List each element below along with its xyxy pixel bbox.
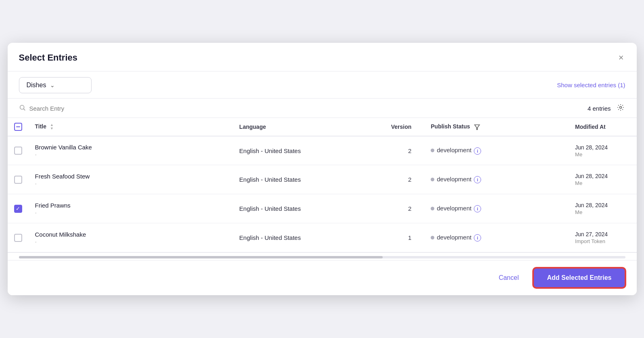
row-modified-cell: Jun 28, 2024Me xyxy=(569,165,636,194)
row-language-cell: English - United States xyxy=(233,165,365,194)
modified-date: Jun 28, 2024 xyxy=(575,173,630,179)
select-entries-modal: Select Entries × Dishes ⌄ Show selected … xyxy=(8,43,637,296)
svg-marker-3 xyxy=(475,125,479,130)
title-column-header: Title ▲▼ xyxy=(29,118,233,136)
row-status-cell: developmenti xyxy=(424,223,569,252)
show-selected-button[interactable]: Show selected entries (1) xyxy=(557,82,625,88)
search-filter-row: 4 entries xyxy=(8,99,637,118)
row-checkbox-cell: ✓ xyxy=(8,194,29,223)
cancel-button[interactable]: Cancel xyxy=(492,270,526,286)
modal-header: Select Entries × xyxy=(8,43,637,71)
row-checkbox[interactable]: ✓ xyxy=(14,205,22,213)
scroll-thumb[interactable] xyxy=(19,256,383,258)
row-title-cell: Brownie Vanilla Cake- xyxy=(29,136,233,165)
version-column-header: Version xyxy=(365,118,424,136)
info-icon[interactable]: i xyxy=(474,147,481,155)
entry-sub: - xyxy=(35,239,227,245)
row-language-cell: English - United States xyxy=(233,194,365,223)
entries-info: 4 entries xyxy=(588,103,625,114)
entry-title: Brownie Vanilla Cake xyxy=(35,144,227,151)
settings-button[interactable] xyxy=(616,103,625,114)
info-icon[interactable]: i xyxy=(474,176,481,183)
table-row: ✓Fried Prawns-English - United States2de… xyxy=(8,194,637,223)
search-wrap xyxy=(19,104,118,113)
modified-at-column-header: Modified At xyxy=(569,118,636,136)
modal-footer: Cancel Add Selected Entries xyxy=(8,260,637,295)
row-checkbox-cell xyxy=(8,223,29,252)
modified-by: Me xyxy=(575,209,630,215)
entry-title: Fried Prawns xyxy=(35,202,227,209)
row-status-cell: developmenti xyxy=(424,194,569,223)
row-version-cell: 2 xyxy=(365,136,424,165)
row-checkbox-cell xyxy=(8,165,29,194)
status-label: development xyxy=(437,205,471,212)
filter-icon[interactable] xyxy=(471,123,480,130)
status-label: development xyxy=(437,176,471,183)
modal-title: Select Entries xyxy=(19,52,78,63)
table-row: Fresh Seafood Stew-English - United Stat… xyxy=(8,165,637,194)
select-all-checkbox[interactable] xyxy=(14,123,22,131)
add-selected-entries-button[interactable]: Add Selected Entries xyxy=(533,268,625,288)
info-icon[interactable]: i xyxy=(474,234,481,241)
row-status-cell: developmenti xyxy=(424,165,569,194)
info-icon[interactable]: i xyxy=(474,205,481,212)
modified-by: Me xyxy=(575,180,630,186)
row-status-cell: developmenti xyxy=(424,136,569,165)
modified-date: Jun 28, 2024 xyxy=(575,202,630,208)
svg-line-1 xyxy=(23,109,25,110)
entry-sub: - xyxy=(35,151,227,157)
row-title-cell: Coconut Milkshake- xyxy=(29,223,233,252)
row-checkbox[interactable] xyxy=(14,234,22,242)
status-dot xyxy=(431,149,434,152)
row-title-cell: Fresh Seafood Stew- xyxy=(29,165,233,194)
entry-title: Coconut Milkshake xyxy=(35,231,227,238)
entry-sub: - xyxy=(35,210,227,216)
scrollbar-area xyxy=(8,252,637,260)
status-label: development xyxy=(437,234,471,241)
row-version-cell: 1 xyxy=(365,223,424,252)
entry-title: Fresh Seafood Stew xyxy=(35,173,227,180)
modified-by: Import Token xyxy=(575,238,630,244)
status-dot xyxy=(431,236,434,239)
row-modified-cell: Jun 27, 2024Import Token xyxy=(569,223,636,252)
close-button[interactable]: × xyxy=(617,52,625,64)
search-icon xyxy=(19,104,26,113)
title-sort-icon[interactable]: ▲▼ xyxy=(50,123,54,130)
entries-table: Title ▲▼ Language Version Publish Status xyxy=(8,118,637,253)
row-modified-cell: Jun 28, 2024Me xyxy=(569,136,636,165)
status-dot xyxy=(431,178,434,181)
language-column-header: Language xyxy=(233,118,365,136)
modified-by: Me xyxy=(575,151,630,157)
scroll-track xyxy=(19,256,625,258)
select-all-header[interactable] xyxy=(8,118,29,136)
row-version-cell: 2 xyxy=(365,194,424,223)
row-language-cell: English - United States xyxy=(233,223,365,252)
chevron-down-icon: ⌄ xyxy=(50,82,55,88)
svg-point-0 xyxy=(20,105,24,109)
row-modified-cell: Jun 28, 2024Me xyxy=(569,194,636,223)
row-checkbox[interactable] xyxy=(14,147,22,155)
row-title-cell: Fried Prawns- xyxy=(29,194,233,223)
row-version-cell: 2 xyxy=(365,165,424,194)
row-checkbox-cell xyxy=(8,136,29,165)
entry-sub: - xyxy=(35,181,227,187)
status-label: development xyxy=(437,147,471,153)
modified-date: Jun 28, 2024 xyxy=(575,144,630,151)
entries-count: 4 entries xyxy=(588,105,611,112)
row-checkbox[interactable] xyxy=(14,176,22,184)
modified-date: Jun 27, 2024 xyxy=(575,231,630,237)
status-dot xyxy=(431,207,434,210)
table-row: Brownie Vanilla Cake-English - United St… xyxy=(8,136,637,165)
table-row: Coconut Milkshake-English - United State… xyxy=(8,223,637,252)
row-language-cell: English - United States xyxy=(233,136,365,165)
content-type-dropdown[interactable]: Dishes ⌄ xyxy=(19,77,92,93)
svg-point-2 xyxy=(619,106,621,108)
search-input[interactable] xyxy=(29,105,118,112)
dropdown-label: Dishes xyxy=(27,82,46,89)
publish-status-column-header: Publish Status xyxy=(424,118,569,136)
toolbar-row: Dishes ⌄ Show selected entries (1) xyxy=(8,71,637,99)
entries-table-wrap: Title ▲▼ Language Version Publish Status xyxy=(8,118,637,253)
